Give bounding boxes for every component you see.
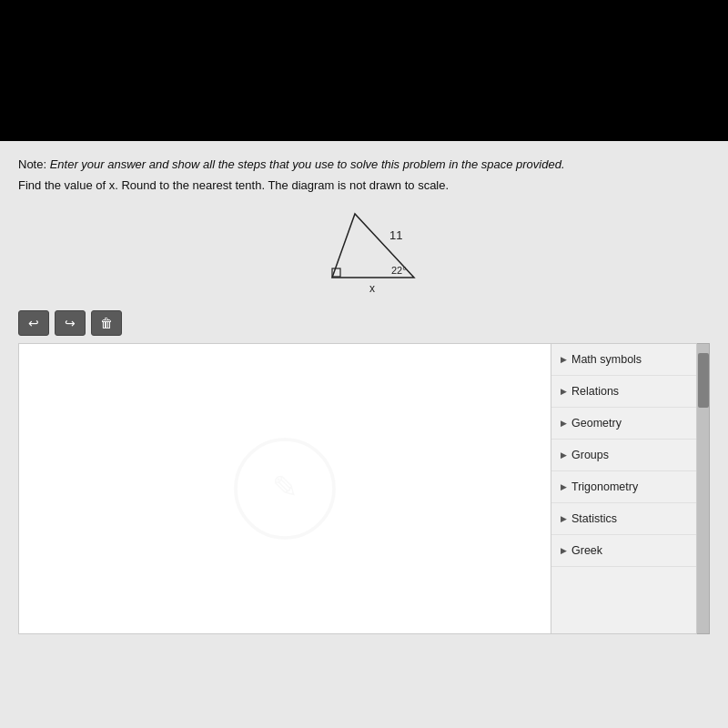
sidebar-panel: ▶Math symbols▶Relations▶Geometry▶Groups▶…: [551, 343, 697, 634]
delete-button[interactable]: 🗑: [91, 310, 122, 336]
note-body: Enter your answer and show all the steps…: [50, 157, 565, 171]
greek-arrow-icon: ▶: [561, 546, 567, 555]
groups-label: Groups: [571, 449, 609, 461]
math-symbols-label: Math symbols: [571, 353, 642, 366]
watermark: ✎: [230, 434, 339, 543]
undo-button[interactable]: ↩: [18, 310, 49, 336]
statistics-label: Statistics: [571, 512, 617, 525]
sidebar-item-greek[interactable]: ▶Greek: [551, 535, 696, 567]
trigonometry-arrow-icon: ▶: [561, 482, 567, 491]
note-prefix: Note:: [18, 157, 50, 171]
svg-text:✎: ✎: [272, 470, 298, 504]
top-black-bar: [0, 0, 728, 141]
sidebar-item-geometry[interactable]: ▶Geometry: [551, 408, 696, 440]
main-content-area: Note: Enter your answer and show all the…: [0, 141, 728, 728]
scrollbar-thumb[interactable]: [698, 353, 709, 408]
sidebar-item-math-symbols[interactable]: ▶Math symbols: [551, 344, 696, 376]
diagram-area: 11 22° x: [18, 205, 710, 296]
math-symbols-arrow-icon: ▶: [561, 355, 567, 364]
hypotenuse-label: 11: [389, 228, 402, 242]
relations-arrow-icon: ▶: [561, 387, 567, 396]
statistics-arrow-icon: ▶: [561, 514, 567, 523]
bottom-section: ✎ ▶Math symbols▶Relations▶Geometry▶Group…: [18, 343, 710, 634]
groups-arrow-icon: ▶: [561, 450, 567, 460]
trigonometry-label: Trigonometry: [571, 480, 638, 493]
angle-label: 22°: [391, 265, 407, 276]
scrollbar[interactable]: [697, 343, 710, 634]
base-label: x: [369, 282, 375, 295]
sidebar-item-trigonometry[interactable]: ▶Trigonometry: [551, 471, 696, 503]
note-text: Note: Enter your answer and show all the…: [18, 157, 710, 171]
toolbar: ↩ ↪ 🗑: [18, 310, 710, 336]
sidebar-item-relations[interactable]: ▶Relations: [551, 376, 696, 408]
triangle-diagram: 11 22° x: [282, 205, 446, 296]
redo-button[interactable]: ↪: [55, 310, 86, 336]
geometry-label: Geometry: [571, 417, 622, 430]
question-text: Find the value of x. Round to the neares…: [18, 178, 710, 192]
geometry-arrow-icon: ▶: [561, 419, 567, 428]
sidebar-item-groups[interactable]: ▶Groups: [551, 440, 696, 471]
answer-input-area[interactable]: ✎: [18, 343, 551, 634]
relations-label: Relations: [571, 385, 619, 398]
greek-label: Greek: [571, 544, 602, 557]
sidebar-item-statistics[interactable]: ▶Statistics: [551, 503, 696, 535]
